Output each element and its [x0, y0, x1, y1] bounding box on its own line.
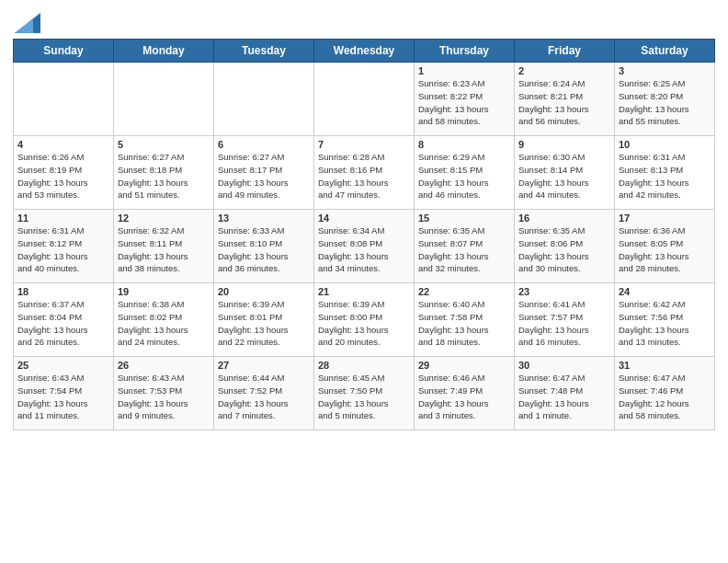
calendar-cell: 16Sunrise: 6:35 AMSunset: 8:06 PMDayligh…	[515, 210, 615, 283]
calendar-cell: 31Sunrise: 6:47 AMSunset: 7:46 PMDayligh…	[615, 357, 715, 431]
calendar-cell: 28Sunrise: 6:45 AMSunset: 7:50 PMDayligh…	[314, 357, 415, 431]
calendar-week-row: 4Sunrise: 6:26 AMSunset: 8:19 PMDaylight…	[14, 136, 715, 210]
day-info: Sunrise: 6:34 AMSunset: 8:08 PMDaylight:…	[318, 224, 410, 275]
calendar-cell: 2Sunrise: 6:24 AMSunset: 8:21 PMDaylight…	[515, 63, 615, 136]
day-info: Sunrise: 6:27 AMSunset: 8:18 PMDaylight:…	[118, 151, 210, 201]
day-number: 30	[518, 360, 610, 371]
calendar-cell: 18Sunrise: 6:37 AMSunset: 8:04 PMDayligh…	[14, 283, 114, 357]
day-number: 28	[318, 360, 410, 371]
day-number: 6	[218, 139, 310, 150]
calendar-cell: 19Sunrise: 6:38 AMSunset: 8:02 PMDayligh…	[114, 283, 214, 357]
calendar-cell: 8Sunrise: 6:29 AMSunset: 8:15 PMDaylight…	[415, 136, 515, 210]
day-info: Sunrise: 6:33 AMSunset: 8:10 PMDaylight:…	[218, 224, 310, 275]
calendar-cell: 26Sunrise: 6:43 AMSunset: 7:53 PMDayligh…	[114, 357, 214, 431]
weekday-header-friday: Friday	[515, 40, 615, 63]
day-info: Sunrise: 6:40 AMSunset: 7:58 PMDaylight:…	[418, 298, 510, 349]
day-info: Sunrise: 6:45 AMSunset: 7:50 PMDaylight:…	[318, 372, 410, 422]
day-number: 23	[518, 286, 610, 297]
day-info: Sunrise: 6:35 AMSunset: 8:07 PMDaylight:…	[418, 224, 510, 275]
calendar-cell: 9Sunrise: 6:30 AMSunset: 8:14 PMDaylight…	[515, 136, 615, 210]
day-number: 19	[118, 286, 210, 297]
calendar-week-row: 25Sunrise: 6:43 AMSunset: 7:54 PMDayligh…	[14, 357, 715, 431]
day-info: Sunrise: 6:24 AMSunset: 8:21 PMDaylight:…	[518, 77, 610, 128]
logo-icon	[15, 13, 40, 33]
calendar-cell	[314, 63, 415, 136]
day-number: 1	[418, 65, 510, 76]
day-number: 8	[418, 139, 510, 150]
calendar-cell: 15Sunrise: 6:35 AMSunset: 8:07 PMDayligh…	[415, 210, 515, 283]
day-number: 22	[418, 286, 510, 297]
day-number: 14	[318, 213, 410, 224]
day-number: 4	[17, 139, 109, 150]
day-info: Sunrise: 6:35 AMSunset: 8:06 PMDaylight:…	[518, 224, 610, 275]
day-number: 31	[619, 360, 711, 371]
day-info: Sunrise: 6:46 AMSunset: 7:49 PMDaylight:…	[418, 372, 510, 422]
calendar-cell: 5Sunrise: 6:27 AMSunset: 8:18 PMDaylight…	[114, 136, 214, 210]
calendar-cell: 6Sunrise: 6:27 AMSunset: 8:17 PMDaylight…	[214, 136, 314, 210]
svg-marker-1	[15, 18, 33, 33]
day-number: 10	[619, 139, 711, 150]
calendar-cell: 7Sunrise: 6:28 AMSunset: 8:16 PMDaylight…	[314, 136, 415, 210]
day-info: Sunrise: 6:36 AMSunset: 8:05 PMDaylight:…	[619, 224, 711, 275]
day-info: Sunrise: 6:38 AMSunset: 8:02 PMDaylight:…	[118, 298, 210, 349]
calendar-cell: 22Sunrise: 6:40 AMSunset: 7:58 PMDayligh…	[415, 283, 515, 357]
day-number: 25	[17, 360, 109, 371]
day-info: Sunrise: 6:43 AMSunset: 7:54 PMDaylight:…	[17, 372, 109, 422]
calendar-week-row: 18Sunrise: 6:37 AMSunset: 8:04 PMDayligh…	[14, 283, 715, 357]
day-number: 13	[218, 213, 310, 224]
day-info: Sunrise: 6:39 AMSunset: 8:01 PMDaylight:…	[218, 298, 310, 349]
weekday-header-monday: Monday	[114, 40, 214, 63]
day-info: Sunrise: 6:47 AMSunset: 7:46 PMDaylight:…	[619, 372, 711, 422]
calendar-cell: 11Sunrise: 6:31 AMSunset: 8:12 PMDayligh…	[14, 210, 114, 283]
day-number: 17	[619, 213, 711, 224]
calendar-cell	[114, 63, 214, 136]
day-info: Sunrise: 6:30 AMSunset: 8:14 PMDaylight:…	[518, 151, 610, 201]
calendar-cell: 23Sunrise: 6:41 AMSunset: 7:57 PMDayligh…	[515, 283, 615, 357]
day-info: Sunrise: 6:27 AMSunset: 8:17 PMDaylight:…	[218, 151, 310, 201]
day-number: 16	[518, 213, 610, 224]
calendar-cell: 25Sunrise: 6:43 AMSunset: 7:54 PMDayligh…	[14, 357, 114, 431]
day-info: Sunrise: 6:44 AMSunset: 7:52 PMDaylight:…	[218, 372, 310, 422]
day-info: Sunrise: 6:26 AMSunset: 8:19 PMDaylight:…	[17, 151, 109, 201]
calendar-cell: 4Sunrise: 6:26 AMSunset: 8:19 PMDaylight…	[14, 136, 114, 210]
day-number: 3	[619, 65, 711, 76]
calendar-table: SundayMondayTuesdayWednesdayThursdayFrid…	[13, 39, 715, 431]
calendar-cell: 12Sunrise: 6:32 AMSunset: 8:11 PMDayligh…	[114, 210, 214, 283]
calendar-cell: 20Sunrise: 6:39 AMSunset: 8:01 PMDayligh…	[214, 283, 314, 357]
day-info: Sunrise: 6:47 AMSunset: 7:48 PMDaylight:…	[518, 372, 610, 422]
day-number: 18	[17, 286, 109, 297]
day-info: Sunrise: 6:29 AMSunset: 8:15 PMDaylight:…	[418, 151, 510, 201]
weekday-header-row: SundayMondayTuesdayWednesdayThursdayFrid…	[14, 40, 715, 63]
day-info: Sunrise: 6:43 AMSunset: 7:53 PMDaylight:…	[118, 372, 210, 422]
calendar-cell: 30Sunrise: 6:47 AMSunset: 7:48 PMDayligh…	[515, 357, 615, 431]
logo	[13, 13, 40, 33]
day-info: Sunrise: 6:32 AMSunset: 8:11 PMDaylight:…	[118, 224, 210, 275]
day-number: 7	[318, 139, 410, 150]
day-info: Sunrise: 6:28 AMSunset: 8:16 PMDaylight:…	[318, 151, 410, 201]
calendar-cell: 3Sunrise: 6:25 AMSunset: 8:20 PMDaylight…	[615, 63, 715, 136]
calendar-cell: 27Sunrise: 6:44 AMSunset: 7:52 PMDayligh…	[214, 357, 314, 431]
calendar-cell: 29Sunrise: 6:46 AMSunset: 7:49 PMDayligh…	[415, 357, 515, 431]
calendar-cell: 10Sunrise: 6:31 AMSunset: 8:13 PMDayligh…	[615, 136, 715, 210]
day-number: 24	[619, 286, 711, 297]
day-number: 15	[418, 213, 510, 224]
calendar-cell: 13Sunrise: 6:33 AMSunset: 8:10 PMDayligh…	[214, 210, 314, 283]
day-info: Sunrise: 6:41 AMSunset: 7:57 PMDaylight:…	[518, 298, 610, 349]
day-info: Sunrise: 6:23 AMSunset: 8:22 PMDaylight:…	[418, 77, 510, 128]
day-number: 12	[118, 213, 210, 224]
calendar-cell: 17Sunrise: 6:36 AMSunset: 8:05 PMDayligh…	[615, 210, 715, 283]
calendar-week-row: 1Sunrise: 6:23 AMSunset: 8:22 PMDaylight…	[14, 63, 715, 136]
calendar-cell: 24Sunrise: 6:42 AMSunset: 7:56 PMDayligh…	[615, 283, 715, 357]
weekday-header-tuesday: Tuesday	[214, 40, 314, 63]
day-number: 5	[118, 139, 210, 150]
day-info: Sunrise: 6:39 AMSunset: 8:00 PMDaylight:…	[318, 298, 410, 349]
day-number: 29	[418, 360, 510, 371]
calendar-cell: 1Sunrise: 6:23 AMSunset: 8:22 PMDaylight…	[415, 63, 515, 136]
calendar-cell	[14, 63, 114, 136]
day-info: Sunrise: 6:31 AMSunset: 8:12 PMDaylight:…	[17, 224, 109, 275]
calendar-cell	[214, 63, 314, 136]
day-number: 26	[118, 360, 210, 371]
weekday-header-sunday: Sunday	[14, 40, 114, 63]
page: SundayMondayTuesdayWednesdayThursdayFrid…	[0, 0, 728, 563]
day-number: 21	[318, 286, 410, 297]
